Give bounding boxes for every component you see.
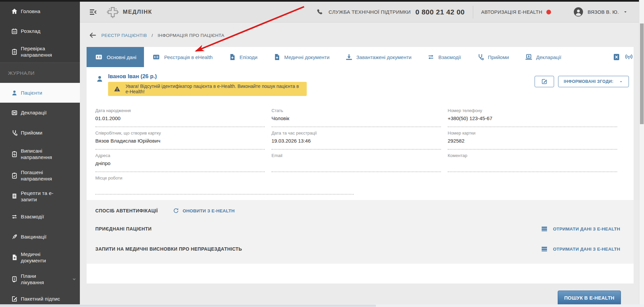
user-menu[interactable]: ВЯЗОВ В. Ю.	[564, 7, 628, 17]
tab-declarations[interactable]: Декларації	[517, 47, 569, 67]
patient-header-row: Іванов Іван (26 р.) Увага! Відсутній іде…	[87, 67, 634, 96]
field-email: Email	[271, 150, 441, 172]
field-card-number: Номер картки 292582	[448, 127, 617, 150]
stethoscope-icon	[477, 53, 485, 61]
patient-card: Іванов Іван (26 р.) Увага! Відсутній іде…	[87, 67, 634, 284]
avatar-icon	[573, 7, 584, 17]
chevron-down-icon	[71, 276, 77, 282]
merged-patients-title: ПРИЄДНАНІ ПАЦІЄНТИ	[95, 226, 152, 232]
field-registration-datetime: Дата та час реєстрації 19.03.2026 13:46	[271, 127, 441, 150]
sidebar-item-label: Головна	[21, 8, 40, 15]
tab-appointments[interactable]: Прийоми	[469, 47, 517, 67]
sidebar: Головна Розклад Перевірка направлення ЖУ…	[0, 2, 80, 307]
search-in-ehealth-button[interactable]: ПОШУК В E-HEALTH	[558, 291, 621, 305]
sidebar-item-prescriptions[interactable]: Рецепти та е-запити	[0, 186, 80, 207]
tab-medical-documents[interactable]: Медичні документи	[265, 47, 337, 67]
document-plus-icon	[228, 53, 236, 61]
sidebar-item-medical-documents[interactable]: Медичні документи	[0, 247, 80, 268]
patient-actions: ІНФОРМОВАНІ ЗГОДИ:	[535, 76, 629, 87]
phone-icon	[316, 8, 324, 16]
sidebar-item-schedule[interactable]: Розклад	[0, 21, 80, 41]
download-icon	[345, 53, 353, 61]
informed-consents-dropdown[interactable]: ІНФОРМОВАНІ ЗГОДИ:	[558, 76, 629, 87]
tab-main-data[interactable]: Основні дані	[87, 47, 144, 67]
window-top-strip	[0, 0, 644, 2]
book-info-icon	[8, 275, 21, 283]
syringe-icon	[8, 233, 21, 241]
tab-e-prescriptions-partial[interactable]	[609, 47, 634, 67]
tab-bar: Основні дані Реєстрація в eHealth Епізод…	[87, 47, 634, 67]
document-plus-icon	[273, 53, 281, 61]
support-phone: 0 800 21 42 00	[415, 8, 465, 16]
patient-icon	[8, 89, 21, 97]
vertical-scrollbar-thumb[interactable]	[640, 23, 644, 124]
sidebar-item-label: Розклад	[21, 28, 40, 35]
sidebar-item-issued-referrals[interactable]: Виписані направлення	[0, 143, 80, 165]
disability-requests-title: ЗАПИТИ НА МЕДИЧНІ ВИСНОВКИ ПРО НЕПРАЦЕЗД…	[95, 246, 242, 252]
sidebar-item-treatment-plans[interactable]: Плани лікування	[0, 268, 80, 290]
disability-requests-row: ЗАПИТИ НА МЕДИЧНІ ВИСНОВКИ ПРО НЕПРАЦЕЗД…	[95, 239, 620, 259]
field-created-by: Співробітник, що створив картку Вязов Вл…	[95, 127, 265, 150]
swap-arrows-icon	[427, 53, 435, 61]
ehealth-auth-label[interactable]: АВТОРИЗАЦІЯ E-HEALTH	[481, 9, 542, 15]
tab-interactions[interactable]: Взаємодії	[419, 47, 468, 67]
list-bars-icon	[540, 225, 548, 233]
get-disability-data-link[interactable]: ОТРИМАТИ ДАНІ З E-HEALTH	[540, 245, 620, 253]
clipboard-list-icon	[8, 48, 21, 55]
app-logo-text: МЕДЛІНК	[123, 9, 152, 15]
field-birth-date: Дата народження 01.01.2000	[95, 105, 265, 127]
laptop-plus-icon	[525, 53, 533, 61]
sidebar-item-redeemed-referrals[interactable]: Погашені направлення	[0, 165, 80, 186]
sidebar-item-declarations[interactable]: Декларації	[0, 103, 80, 122]
clipboard-check-icon	[8, 172, 21, 179]
sidebar-item-referral-check[interactable]: Перевірка направлення	[0, 41, 80, 62]
medical-cross-logo-icon	[106, 5, 119, 19]
app-header: МЕДЛІНК СЛУЖБА ТЕХНІЧНОЇ ПІДТРИМКИ 0 800…	[80, 2, 644, 22]
sidebar-item-patients[interactable]: Пацієнти	[0, 83, 80, 103]
app-logo: МЕДЛІНК	[106, 5, 152, 19]
sidebar-item-interactions[interactable]: Взаємодії	[0, 207, 80, 227]
auth-method-row: СПОСІБ АВТЕНТИФІКАЦІЇ ОНОВИТИ З E-HEALTH	[95, 203, 620, 219]
refresh-from-ehealth-link[interactable]: ОНОВИТИ З E-HEALTH	[172, 207, 235, 214]
home-icon	[8, 8, 21, 15]
field-sex: Стать Чоловік	[271, 105, 441, 127]
clipboard-pulse-icon	[8, 150, 21, 158]
horizontal-scrollbar-thumb[interactable]	[0, 305, 376, 307]
prescription-icon	[612, 53, 621, 61]
tab-ehealth-registration[interactable]: Реєстрація в eHealth	[144, 47, 220, 67]
patient-header-main: Іванов Іван (26 р.) Увага! Відсутній іде…	[108, 73, 307, 96]
ehealth-auth-status-dot	[546, 10, 551, 14]
document-plus-icon	[8, 254, 21, 261]
user-name: ВЯЗОВ В. Ю.	[588, 9, 619, 15]
merged-patients-row: ПРИЄДНАНІ ПАЦІЄНТИ ОТРИМАТИ ДАНІ З E-HEA…	[95, 219, 620, 239]
sidebar-item-vaccinations[interactable]: Вакцинації	[0, 227, 80, 247]
get-merged-data-link[interactable]: ОТРИМАТИ ДАНІ З E-HEALTH	[540, 225, 620, 233]
sidebar-item-home[interactable]: Головна	[0, 2, 80, 21]
ehealth-warning-banner: Увага! Відсутній ідентифікатор пацієнта …	[108, 82, 307, 96]
warning-triangle-icon	[113, 85, 121, 93]
edit-patient-button[interactable]	[535, 76, 554, 87]
list-bars-icon	[540, 245, 548, 253]
tab-uploaded-documents[interactable]: Завантажені документи	[337, 47, 419, 67]
header-divider	[473, 6, 473, 18]
patient-fields-grid: Дата народження 01.01.2000 Стать Чоловік…	[95, 105, 625, 195]
id-card-icon	[94, 53, 103, 61]
breadcrumb: РЕЄСТР ПАЦІЄНТІВ / ІНФОРМАЦІЯ ПРО ПАЦІЄН…	[89, 31, 225, 39]
caret-down-icon	[623, 9, 628, 14]
collapse-menu-icon[interactable]	[89, 8, 97, 16]
swap-arrows-icon	[8, 213, 21, 220]
breadcrumb-separator: /	[152, 33, 153, 38]
sidebar-item-appointments[interactable]: Прийоми	[0, 122, 80, 143]
field-workplace: Місце роботи	[95, 172, 354, 195]
ehealth-sections: СПОСІБ АВТЕНТИФІКАЦІЇ ОНОВИТИ З E-HEALTH…	[87, 200, 634, 264]
patient-avatar-icon	[95, 74, 104, 83]
informed-consents-label: ІНФОРМОВАНІ ЗГОДИ:	[564, 79, 613, 84]
calendar-icon	[8, 28, 21, 35]
breadcrumb-link[interactable]: РЕЄСТР ПАЦІЄНТІВ	[101, 33, 147, 38]
sidebar-item-label: Перевірка направлення	[21, 45, 64, 58]
vertical-scrollbar[interactable]	[639, 0, 644, 307]
tab-episodes[interactable]: Епізоди	[220, 47, 265, 67]
horizontal-scrollbar[interactable]	[0, 304, 644, 307]
header-right: СЛУЖБА ТЕХНІЧНОЇ ПІДТРИМКИ 0 800 21 42 0…	[316, 6, 628, 18]
back-arrow-icon[interactable]	[89, 31, 97, 39]
